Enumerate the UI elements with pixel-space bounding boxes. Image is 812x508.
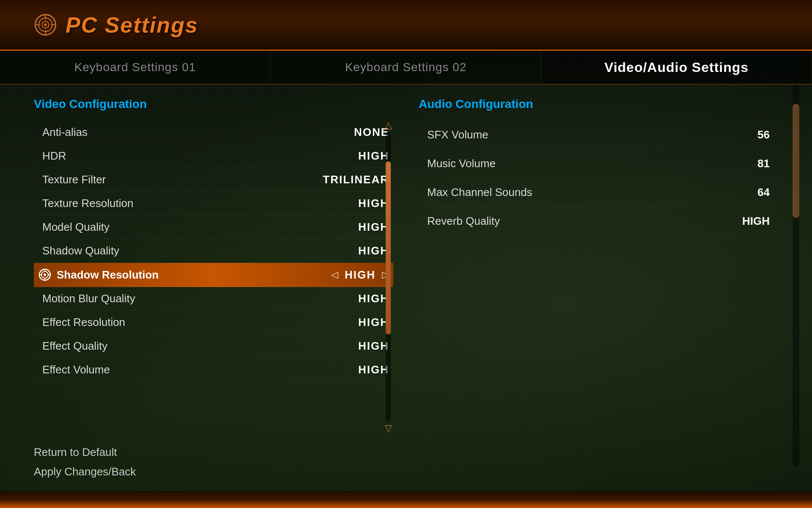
setting-row-effect-quality[interactable]: Effect Quality HIGH: [34, 334, 393, 358]
main-content: Keyboard Settings 01 Keyboard Settings 0…: [0, 51, 812, 491]
video-panel: Video Configuration Anti-alias NONE HDR …: [34, 97, 393, 433]
panels-row: Video Configuration Anti-alias NONE HDR …: [0, 85, 812, 433]
arrow-left-icon[interactable]: ◁: [331, 269, 338, 280]
video-scrollbar: △ ▽: [383, 121, 393, 433]
apply-changes-back-button[interactable]: Apply Changes/Back: [34, 465, 136, 478]
audio-row-reverb[interactable]: Reverb Quality HIGH: [419, 207, 778, 236]
header-gear-icon: [34, 13, 57, 36]
tab-keyboard02[interactable]: Keyboard Settings 02: [271, 51, 541, 84]
setting-row-shadow-res[interactable]: Shadow Resolution ◁ HIGH ▷: [34, 263, 393, 287]
shadow-res-control: ◁ HIGH ▷: [331, 268, 389, 282]
scroll-up-arrow[interactable]: △: [385, 121, 392, 130]
tab-videoaudio[interactable]: Video/Audio Settings: [541, 51, 812, 84]
audio-row-sfx[interactable]: SFX Volume 56: [419, 121, 778, 149]
active-row-gear-icon: [38, 268, 52, 282]
setting-row-texture-res[interactable]: Texture Resolution HIGH: [34, 192, 393, 215]
bottom-links: Return to Default Apply Changes/Back: [0, 433, 812, 491]
window-scrollbar: [793, 85, 799, 466]
page-title: PC Settings: [66, 12, 198, 38]
tab-keyboard01[interactable]: Keyboard Settings 01: [0, 51, 271, 84]
audio-panel: Audio Configuration SFX Volume 56 Music …: [419, 97, 778, 433]
scroll-thumb[interactable]: [386, 161, 391, 334]
setting-row-texture-filter[interactable]: Texture Filter TRILINEAR: [34, 168, 393, 192]
audio-row-max-channel[interactable]: Max Channel Sounds 64: [419, 178, 778, 207]
window-scrollbar-thumb[interactable]: [793, 104, 799, 218]
video-config-title: Video Configuration: [34, 97, 393, 114]
return-to-default-button[interactable]: Return to Default: [34, 446, 117, 459]
setting-row-shadow-quality[interactable]: Shadow Quality HIGH: [34, 239, 393, 263]
setting-row-hdr[interactable]: HDR HIGH: [34, 144, 393, 168]
tabs-row: Keyboard Settings 01 Keyboard Settings 0…: [0, 51, 812, 85]
setting-row-model-quality[interactable]: Model Quality HIGH: [34, 215, 393, 239]
audio-row-music[interactable]: Music Volume 81: [419, 149, 778, 178]
scroll-track: [386, 133, 391, 421]
svg-point-3: [44, 24, 47, 26]
bottom-bar: [0, 491, 812, 508]
video-settings-list: Anti-alias NONE HDR HIGH Texture Filter …: [34, 121, 393, 433]
scroll-down-arrow[interactable]: ▽: [385, 424, 392, 433]
setting-row-motion-blur[interactable]: Motion Blur Quality HIGH: [34, 287, 393, 311]
setting-row-antialias[interactable]: Anti-alias NONE: [34, 121, 393, 144]
audio-config-title: Audio Configuration: [419, 97, 778, 114]
svg-point-10: [44, 273, 46, 276]
header-bar: PC Settings: [0, 0, 812, 51]
setting-row-effect-res[interactable]: Effect Resolution HIGH: [34, 311, 393, 334]
setting-row-effect-volume[interactable]: Effect Volume HIGH: [34, 358, 393, 382]
